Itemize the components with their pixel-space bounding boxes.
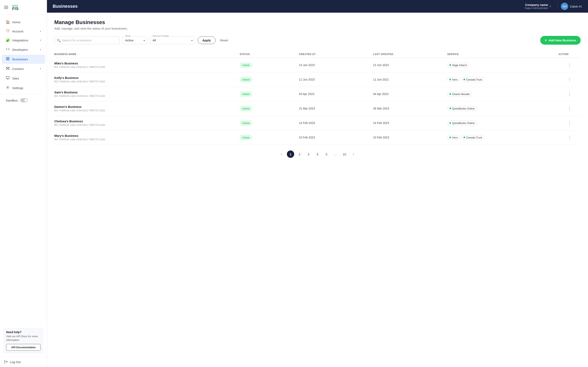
content-area: Manage Businesses Add, manage, and view … [47,13,588,367]
logout-label: Log Out [10,360,21,364]
status-badge: Active [240,135,252,140]
status-cell: Active [240,92,299,97]
col-header-created[interactable]: CREATED AT ↓ [299,53,373,56]
add-new-business-button[interactable]: + Add New Business [540,36,581,45]
service-dot [463,79,465,80]
sidebar-item-label: Account [12,30,37,33]
status-cell: Active [240,120,299,125]
biz-name: Mary's Business [54,134,240,137]
businesses-icon [6,57,10,62]
action-menu-button[interactable]: ⋮ [558,120,581,125]
company-dropdown-arrow[interactable]: ▾ [550,5,551,8]
sidebar: FIS 🏠 Home 🛡 Account ▾ 🧩 Integrations ▾ … [0,0,47,367]
sidebar-item-sites[interactable]: Sites [2,74,45,83]
created-at-cell: 13 Jun 2023 [299,63,373,67]
biz-id: BIZ-74d45cdc-cddc-410d-b5c1-7686727c12bd [54,66,240,68]
topbar-divider [557,3,558,10]
page-button-2[interactable]: 2 [296,150,303,158]
action-menu-button[interactable]: ⋮ [558,92,581,96]
page-title: Manage Businesses [54,19,581,25]
sort-icon-name: ↓ [77,53,78,55]
sidebar-item-integrations[interactable]: 🧩 Integrations ▾ [2,36,45,45]
chevron-down-icon: ▾ [40,39,41,42]
page-button-4[interactable]: 4 [314,150,321,158]
action-menu-button[interactable]: ⋮ [558,135,581,140]
sidebar-item-businesses[interactable]: Businesses [2,55,45,64]
svg-line-17 [7,67,8,68]
sandbox-toggle[interactable] [20,98,28,102]
table-header: BUSINESS NAME ↓ STATUS CREATED AT ↓ LAST… [54,51,581,58]
hamburger-menu[interactable] [4,6,8,9]
action-menu-button[interactable]: ⋮ [558,106,581,111]
filters-row: 🔍 Show Active Inactive All ▾ Service Pro… [54,36,581,45]
service-tag: QuickBooks Online [447,121,477,125]
service-tag: Canada Trust [461,77,484,82]
status-badge: Active [240,106,252,111]
logo-area: FIS [0,0,47,15]
sidebar-item-developers[interactable]: Developers ▾ [2,45,45,54]
last-updated-cell: 10 Feb 2023 [373,136,447,139]
page-button-5[interactable]: 5 [323,150,330,158]
businesses-table: BUSINESS NAME ↓ STATUS CREATED AT ↓ LAST… [54,51,581,145]
service-dot [449,93,451,95]
sidebar-item-label: Home [12,20,41,24]
sidebar-item-label: Developers [12,48,37,51]
show-label: Show [125,35,131,37]
avatar: CH [561,3,568,10]
status-badge: Active [240,120,252,125]
sandbox-row: Sandbox [2,96,45,105]
table-body: Mike's Business BIZ-74d45cdc-cddc-410d-b… [54,58,581,145]
status-badge: Active [240,77,252,82]
svg-point-0 [12,5,13,6]
status-cell: Active [240,77,299,82]
service-dot [463,137,465,138]
table-row: Mike's Business BIZ-74d45cdc-cddc-410d-b… [54,58,581,72]
services-cell: XeroCanada Trust [447,135,558,140]
page-button-3[interactable]: 3 [305,150,312,158]
col-header-updated[interactable]: LAST UPDATED ↓ [373,53,447,56]
svg-text:FIS: FIS [12,7,19,11]
col-header-name[interactable]: BUSINESS NAME ↓ [54,53,240,56]
page-subtitle: Add, manage, and view the status of your… [54,27,581,30]
biz-id: BIZ-74d45cdc-cddc-410d-b5c1-7686727c12bd [54,138,240,141]
last-updated-cell: 04 Apr 2023 [373,92,447,96]
col-header-action: ACTION [558,53,581,56]
action-menu-button[interactable]: ⋮ [558,77,581,82]
sidebar-item-label: Integrations [12,39,37,42]
sort-icon-created: ↓ [316,53,318,55]
service-provider-select[interactable]: All Xero QuickBooks Online Sage Intacct … [150,36,195,44]
company-role: Super Administrator [525,7,548,9]
table-row: Damon's Business BIZ-74d45cdc-cddc-410d-… [54,101,581,116]
company-info: Company name Super Administrator [525,3,548,9]
sidebar-item-home[interactable]: 🏠 Home [2,18,45,26]
services-cell: Oracle Nesuite [447,92,558,96]
svg-point-2 [15,5,16,6]
status-cell: Active [240,135,299,140]
svg-rect-11 [8,59,9,60]
sidebar-item-settings[interactable]: Settings [2,83,45,92]
action-menu-button[interactable]: ⋮ [558,63,581,67]
service-tag: Sage Intacct [447,63,469,67]
service-dot [449,137,451,138]
page-button-10[interactable]: 10 [341,150,348,158]
svg-rect-10 [6,59,7,60]
sidebar-item-connect[interactable]: Connect ▾ [2,64,45,73]
sidebar-item-account[interactable]: 🛡 Account ▾ [2,27,45,35]
topbar-title: Businesses [53,4,525,9]
show-select[interactable]: Active Inactive All [122,36,147,44]
api-doc-button[interactable]: API Documentation [6,344,41,351]
reset-button[interactable]: Reset [218,37,230,44]
search-input[interactable] [54,36,120,44]
main-area: Businesses Company name Super Administra… [47,0,588,367]
biz-name: Mike's Business [54,62,240,65]
sandbox-label: Sandbox [6,99,18,102]
sidebar-item-label: Businesses [12,58,41,61]
biz-name-cell: Mike's Business BIZ-74d45cdc-cddc-410d-b… [54,62,240,68]
service-tag: Canada Trust [461,135,484,140]
prev-page-button[interactable]: ‹ [278,150,285,158]
next-page-button[interactable]: › [350,150,357,158]
biz-id: BIZ-74d45cdc-cddc-410d-b5c1-7686727c12bd [54,124,240,126]
page-button-1[interactable]: 1 [287,150,294,158]
logout-button[interactable]: Log Out [0,357,47,367]
apply-button[interactable]: Apply [198,36,216,44]
